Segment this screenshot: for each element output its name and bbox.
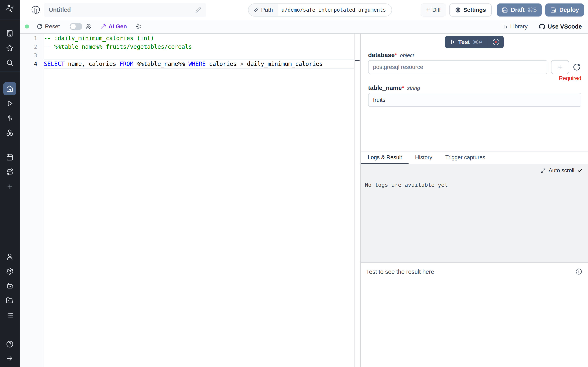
path-label: Path <box>261 7 273 13</box>
sidebar-item-add[interactable] <box>6 183 14 191</box>
boxes-icon <box>6 129 14 137</box>
code-line[interactable]: SELECT name, calories FROM %%table_name%… <box>44 60 355 68</box>
pencil-icon <box>253 7 259 13</box>
draft-button[interactable]: Draft ⌘S <box>497 3 542 17</box>
save-icon <box>550 7 556 13</box>
plus-icon <box>6 183 13 190</box>
toggle-knob <box>70 24 76 29</box>
use-vscode-button[interactable]: Use VScode <box>539 23 582 30</box>
sidebar-item-settings[interactable] <box>6 267 14 275</box>
expand-icon[interactable] <box>540 168 546 173</box>
diff-button[interactable]: ± Diff <box>421 3 446 17</box>
list-icon <box>6 311 14 319</box>
info-icon <box>575 268 582 275</box>
code-line[interactable]: -- %%table_name%% fruits/vegetables/cere… <box>44 43 355 51</box>
sidebar-item-schedules[interactable] <box>6 153 14 161</box>
sidebar-item-workspace[interactable] <box>6 29 14 37</box>
field-type: string <box>407 85 420 91</box>
use-vscode-label: Use VScode <box>548 23 582 30</box>
play-icon <box>450 39 455 45</box>
sidebar-item-users[interactable] <box>6 252 14 261</box>
database-input-row <box>368 60 581 74</box>
test-row: Test ⌘↵ <box>361 34 588 48</box>
sidebar-item-workers[interactable] <box>6 282 14 290</box>
table-name-input-row <box>368 93 581 107</box>
auto-scroll-toggle[interactable]: Auto scroll <box>540 167 583 174</box>
info-icon[interactable] <box>575 268 582 275</box>
field-type: object <box>400 52 414 58</box>
code-line[interactable] <box>44 51 355 60</box>
path-field[interactable]: Path u/demo/safe_interpolated_arguments <box>248 3 392 17</box>
tab-trigger-captures[interactable]: Trigger captures <box>439 152 492 164</box>
sidebar-item-search[interactable] <box>6 58 14 67</box>
sidebar-item-resources[interactable] <box>6 129 14 137</box>
overview-ruler-line <box>354 34 355 367</box>
editor-gutter-background <box>20 34 44 367</box>
diff-mode-toggle[interactable] <box>70 23 82 30</box>
reset-label: Reset <box>45 23 60 30</box>
robot-icon <box>6 282 14 290</box>
arguments-form: database* object Required <box>361 48 588 107</box>
test-shortcut: ⌘↵ <box>473 39 483 45</box>
script-title: Untitled <box>49 7 195 13</box>
sidebar-item-triggers[interactable] <box>6 168 14 176</box>
star-icon <box>6 44 14 52</box>
save-icon <box>502 7 508 13</box>
test-button[interactable]: Test ⌘↵ <box>445 36 488 48</box>
reset-button[interactable]: Reset <box>37 23 60 30</box>
refresh-resources-icon[interactable] <box>573 63 581 71</box>
editor-toolbar: Reset AI Gen Library <box>20 20 588 34</box>
gear-icon <box>6 267 14 275</box>
tab-logs-result[interactable]: Logs & Result <box>361 152 408 164</box>
settings-label: Settings <box>463 7 486 13</box>
line-number: 4 <box>20 60 37 68</box>
home-icon <box>6 85 14 92</box>
postgresql-icon <box>31 5 41 15</box>
sidebar-item-help[interactable] <box>6 340 14 348</box>
table-name-input[interactable] <box>368 93 581 107</box>
folder-open-icon <box>6 297 14 304</box>
sidebar-item-home[interactable] <box>3 82 16 95</box>
test-label: Test <box>458 39 470 45</box>
status-dot <box>25 25 29 29</box>
wand-icon <box>100 24 106 29</box>
script-settings-icon[interactable] <box>135 24 141 29</box>
result-tabs: Logs & Result History Trigger captures <box>361 151 588 164</box>
users-icon[interactable] <box>86 24 92 30</box>
deploy-button[interactable]: Deploy <box>545 3 584 17</box>
logs-empty-message: No logs are available yet <box>365 182 448 188</box>
tab-history[interactable]: History <box>408 152 439 164</box>
sidebar-item-favorites[interactable] <box>6 44 14 52</box>
line-number: 3 <box>20 51 37 60</box>
code-editor[interactable]: 1234 -- :daily_minimum_calories (int)-- … <box>20 34 360 367</box>
capture-button[interactable] <box>488 36 504 48</box>
sidebar-item-runs[interactable] <box>6 99 14 108</box>
play-icon <box>6 100 14 107</box>
left-sidebar <box>0 0 20 367</box>
code-line[interactable]: -- :daily_minimum_calories (int) <box>44 34 355 43</box>
dollar-icon <box>6 114 14 122</box>
database-input[interactable] <box>368 60 547 74</box>
windmill-logo-icon[interactable] <box>5 3 15 13</box>
top-bar: Untitled Path u/demo/safe_interpolated_a… <box>20 0 588 20</box>
github-icon <box>539 24 545 30</box>
script-title-field[interactable]: Untitled <box>44 3 206 17</box>
ai-gen-button[interactable]: AI Gen <box>100 23 127 30</box>
sidebar-item-variables[interactable] <box>6 114 14 122</box>
sidebar-item-logs[interactable] <box>6 311 14 319</box>
overview-ruler-marker <box>355 60 360 61</box>
tab-label: History <box>415 154 432 161</box>
content-row: 1234 -- :daily_minimum_calories (int)-- … <box>20 34 588 367</box>
draft-shortcut: ⌘S <box>527 7 537 13</box>
sidebar-divider <box>0 20 20 20</box>
diff-label: Diff <box>432 7 441 13</box>
result-panel: Test to see the result here <box>361 262 588 367</box>
sidebar-item-folders[interactable] <box>6 296 14 305</box>
add-resource-button[interactable] <box>551 60 569 74</box>
path-label-segment[interactable]: Path <box>249 4 278 16</box>
line-number: 2 <box>20 43 37 51</box>
library-button[interactable]: Library <box>502 23 528 30</box>
pencil-icon[interactable] <box>195 7 201 13</box>
settings-button[interactable]: Settings <box>449 3 492 17</box>
sidebar-item-collapse[interactable] <box>6 354 14 363</box>
